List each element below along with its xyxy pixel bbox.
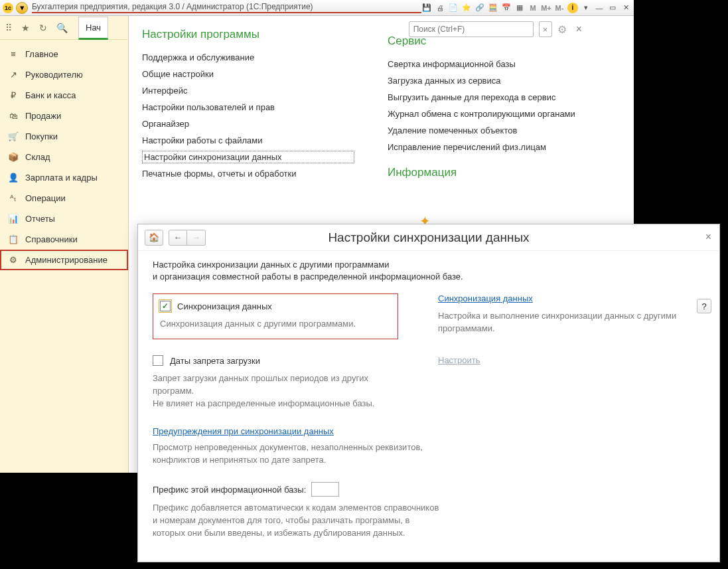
dates-checkbox-label: Даты запрета загрузки (170, 356, 260, 366)
prefix-input[interactable] (311, 482, 339, 497)
link-interface[interactable]: Интерфейс (142, 82, 354, 99)
link-support[interactable]: Поддержка и обслуживание (142, 49, 354, 66)
cart-icon: 🛒 (8, 131, 19, 141)
section-info-title: Информация (388, 166, 575, 179)
warnings-link[interactable]: Предупреждения при синхронизации данных (153, 426, 334, 436)
nav-label: Администрирование (25, 255, 108, 265)
search-icon[interactable]: 🔍 (56, 23, 68, 33)
save-icon[interactable]: 💾 (421, 3, 432, 13)
sync-checkbox[interactable] (160, 301, 171, 311)
history-icon[interactable]: ↻ (39, 23, 47, 33)
gear-icon: ⚙ (8, 255, 19, 265)
link-svc-1[interactable]: Загрузка данных из сервиса (388, 72, 575, 89)
box-icon: 📦 (8, 152, 19, 162)
dialog-description: Настройка синхронизации данных с другими… (153, 259, 705, 283)
nav-label: Зарплата и кадры (25, 173, 98, 183)
home-button[interactable]: 🏠 (145, 230, 163, 246)
dialog-title: Настройки синхронизации данных (328, 230, 529, 245)
sidebar-toprow: ⠿ ★ ↻ 🔍 Нач (0, 16, 128, 40)
forward-button[interactable]: → (187, 230, 206, 246)
link-svc-3[interactable]: Журнал обмена с контролирующими органами (388, 106, 575, 122)
ruble-icon: ₽ (8, 90, 19, 100)
link-organizer[interactable]: Органайзер (142, 116, 354, 132)
sync-right-desc: Настройка и выполнение синхронизации дан… (438, 310, 705, 335)
star-icon[interactable]: ⭐ (461, 3, 472, 13)
mplus-button[interactable]: M+ (541, 3, 551, 13)
app-logo-icon: 1c (3, 3, 13, 13)
calc-icon[interactable]: 🧮 (488, 3, 498, 13)
settings-gear-icon[interactable]: ⚙ (557, 23, 567, 36)
clipboard-icon: 📋 (8, 234, 19, 244)
nav-bank[interactable]: ₽Банк и касса (0, 85, 128, 106)
m-button[interactable]: M (528, 3, 538, 13)
dates-checkbox[interactable] (153, 355, 163, 366)
apps-icon[interactable]: ⠿ (5, 23, 12, 33)
clear-search-button[interactable]: × (539, 21, 552, 37)
nav-main[interactable]: ≡Главное (0, 44, 128, 64)
section-settings-title: Настройки программы (142, 28, 354, 41)
sync-enable-block: Синхронизация данных Синхронизация данны… (153, 293, 398, 339)
close-panel-icon[interactable]: × (576, 23, 582, 35)
print-icon[interactable]: 🖨 (435, 3, 445, 13)
link-files[interactable]: Настройки работы с файлами (142, 132, 354, 149)
sync-data-link[interactable]: Синхронизация данных (438, 293, 533, 303)
configure-link[interactable]: Настроить (438, 355, 480, 365)
nav-label: Справочники (25, 234, 78, 244)
info-icon[interactable]: i (567, 3, 578, 13)
grid-icon[interactable]: ▦ (514, 3, 525, 13)
back-round-button[interactable]: ▾ (16, 2, 28, 14)
dialog-toolbar: 🏠 ← → Настройки синхронизации данных × (138, 224, 719, 251)
tab-start[interactable]: Нач (78, 17, 108, 40)
nav-manager[interactable]: ↗Руководителю (0, 64, 128, 85)
dropdown-icon[interactable]: ▾ (581, 3, 591, 13)
nav-label: Покупки (25, 131, 58, 141)
link-sync[interactable]: Настройки синхронизации данных (142, 151, 354, 163)
bag-icon: 🛍 (8, 111, 19, 121)
ops-icon: ᴬₜ (8, 193, 19, 203)
nav-label: Продажи (25, 111, 61, 121)
mminus-button[interactable]: M- (554, 3, 565, 13)
nav-operations[interactable]: ᴬₜОперации (0, 188, 128, 208)
links-icon[interactable]: 🔗 (474, 3, 485, 13)
warnings-desc: Просмотр непроведенных документов, незап… (153, 442, 705, 467)
link-printforms[interactable]: Печатные формы, отчеты и обработки (142, 165, 354, 182)
link-general[interactable]: Общие настройки (142, 66, 354, 82)
nav-warehouse[interactable]: 📦Склад (0, 147, 128, 167)
calendar-icon[interactable]: 📅 (501, 3, 512, 13)
doc-icon[interactable]: 📄 (448, 3, 459, 13)
bars-icon: 📊 (8, 214, 19, 224)
nav-label: Операции (25, 193, 66, 203)
sync-settings-dialog: 🏠 ← → Настройки синхронизации данных × Н… (137, 224, 720, 562)
window-title: Бухгалтерия предприятия, редакция 3.0 / … (32, 2, 421, 13)
link-svc-0[interactable]: Свертка информационной базы (388, 56, 575, 72)
nav-reports[interactable]: 📊Отчеты (0, 208, 128, 229)
nav-label: Руководителю (25, 70, 83, 80)
search-input[interactable] (409, 21, 534, 37)
person-icon: 👤 (8, 173, 19, 183)
fav-star-icon[interactable]: ★ (21, 23, 30, 33)
nav-catalogs[interactable]: 📋Справочники (0, 229, 128, 250)
nav-label: Отчеты (25, 214, 55, 224)
dialog-close-icon[interactable]: × (705, 231, 711, 243)
nav-label: Склад (25, 152, 50, 162)
sidebar: ⠿ ★ ↻ 🔍 Нач ≡Главное ↗Руководителю ₽Банк… (0, 16, 129, 473)
nav-hr[interactable]: 👤Зарплата и кадры (0, 167, 128, 188)
prefix-label: Префикс этой информационной базы: (153, 485, 306, 495)
help-button[interactable]: ? (697, 299, 711, 313)
titlebar: 1c ▾ Бухгалтерия предприятия, редакция 3… (0, 0, 634, 16)
nav: ≡Главное ↗Руководителю ₽Банк и касса 🛍Пр… (0, 40, 128, 274)
maximize-icon[interactable]: ▭ (607, 3, 618, 13)
link-svc-5[interactable]: Исправление перечислений физ.лицам (388, 139, 575, 155)
minimize-icon[interactable]: — (594, 3, 605, 13)
link-svc-2[interactable]: Выгрузить данные для перехода в сервис (388, 89, 575, 106)
link-users[interactable]: Настройки пользователей и прав (142, 99, 354, 116)
link-svc-4[interactable]: Удаление помеченных объектов (388, 122, 575, 139)
close-icon[interactable]: ✕ (620, 3, 631, 13)
nav-admin[interactable]: ⚙Администрирование (0, 250, 128, 270)
nav-label: Главное (25, 49, 58, 59)
dates-desc: Запрет загрузки данных прошлых периодов … (153, 372, 398, 410)
nav-sales[interactable]: 🛍Продажи (0, 106, 128, 126)
nav-label: Банк и касса (25, 90, 76, 100)
back-button[interactable]: ← (169, 230, 187, 246)
nav-purchases[interactable]: 🛒Покупки (0, 126, 128, 147)
